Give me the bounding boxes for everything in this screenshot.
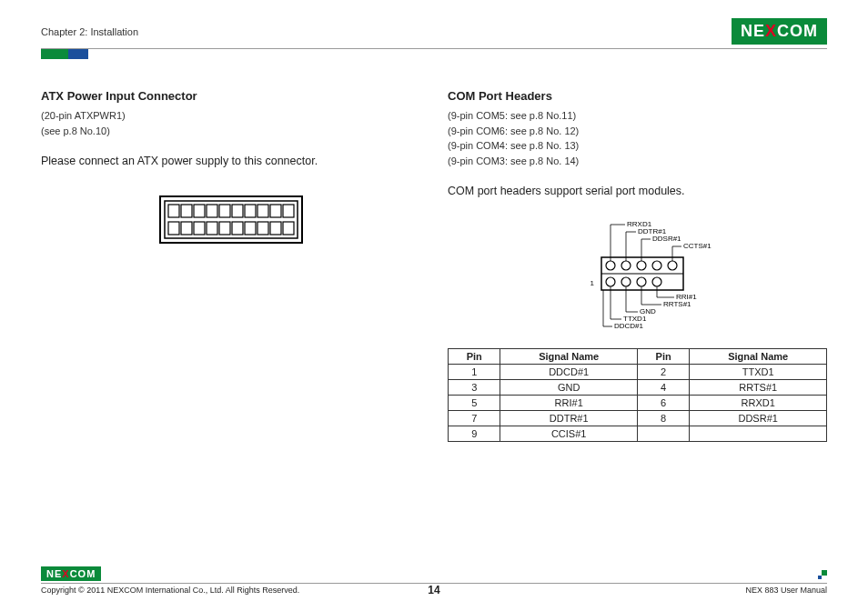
th-pin2: Pin (637, 349, 689, 365)
svg-rect-2 (168, 205, 179, 217)
svg-point-24 (621, 261, 631, 270)
svg-rect-13 (181, 222, 192, 235)
svg-point-31 (652, 277, 661, 286)
chapter-title: Chapter 2: Installation (41, 26, 138, 37)
atx-title: ATX Power Input Connector (41, 89, 420, 103)
lbl-rrts1: RRTS#1 (663, 300, 691, 308)
content-area: ATX Power Input Connector (20-pin ATXPWR… (41, 89, 827, 442)
svg-point-23 (606, 261, 615, 270)
left-column: ATX Power Input Connector (20-pin ATXPWR… (41, 89, 420, 442)
signal-table: Pin Signal Name Pin Signal Name 1DDCD#12… (448, 348, 827, 442)
svg-rect-9 (257, 205, 268, 217)
atx-sub1: (20-pin ATXPWR1) (41, 108, 420, 124)
com-sub1: (9-pin COM5: see p.8 No.11) (448, 108, 827, 124)
atx-connector-diagram (41, 195, 420, 247)
page-number: 14 (428, 584, 439, 596)
corner-mark-icon (816, 570, 827, 581)
table-row: 3GND4RRTS#1 (449, 380, 827, 396)
svg-rect-5 (207, 205, 217, 217)
svg-rect-7 (232, 205, 243, 217)
footer-logo: NEXCOM (41, 566, 101, 581)
svg-rect-4 (194, 205, 205, 217)
svg-rect-20 (270, 222, 281, 235)
right-column: COM Port Headers (9-pin COM5: see p.8 No… (448, 89, 827, 442)
svg-point-30 (637, 277, 646, 286)
svg-point-25 (637, 261, 646, 270)
page-footer: NEXCOM Copyright © 2011 NEXCOM Internati… (41, 566, 827, 595)
lbl-ddsr1: DDSR#1 (652, 235, 681, 243)
svg-rect-12 (168, 222, 179, 235)
th-pin: Pin (449, 349, 500, 365)
com-sub4: (9-pin COM3: see p.8 No. 14) (448, 154, 827, 169)
lbl-ccts1: CCTS#1 (683, 242, 712, 250)
svg-rect-10 (270, 205, 281, 217)
com-sub3: (9-pin COM4: see p.8 No. 13) (448, 138, 827, 154)
brand-logo: NEXCOM (732, 18, 827, 45)
tab-green-icon (41, 49, 72, 59)
lbl-ddcd1: DDCD#1 (614, 322, 644, 330)
svg-rect-8 (245, 205, 256, 217)
svg-rect-16 (219, 222, 230, 235)
table-row: 9CCIS#1 (449, 426, 827, 442)
com-title: COM Port Headers (448, 89, 827, 103)
com-header-diagram: 1 RRXD1 DDTR#1 DDSR#1 CCTS#1 (538, 214, 738, 332)
svg-text:1: 1 (590, 279, 594, 287)
svg-rect-19 (257, 222, 268, 235)
svg-rect-6 (219, 205, 230, 217)
copyright-text: Copyright © 2011 NEXCOM International Co… (41, 586, 299, 595)
th-sig2: Signal Name (690, 349, 827, 365)
svg-point-29 (621, 277, 631, 286)
atx-body: Please connect an ATX power supply to th… (41, 155, 420, 167)
table-row: 1DDCD#12TTXD1 (449, 365, 827, 380)
svg-rect-21 (283, 222, 294, 235)
svg-rect-11 (283, 205, 294, 217)
svg-point-28 (606, 277, 615, 286)
table-row: 5RRI#16RRXD1 (449, 396, 827, 411)
com-body: COM port headers support serial port mod… (448, 185, 827, 197)
table-row: 7DDTR#18DDSR#1 (449, 411, 827, 426)
th-sig: Signal Name (500, 349, 638, 365)
atx-sub2: (see p.8 No.10) (41, 124, 420, 139)
svg-rect-3 (181, 205, 192, 217)
svg-rect-17 (232, 222, 243, 235)
svg-rect-15 (207, 222, 217, 235)
tab-strip (41, 49, 827, 62)
manual-name: NEX 883 User Manual (745, 586, 827, 595)
svg-point-26 (652, 261, 661, 270)
com-sub2: (9-pin COM6: see p.8 No. 12) (448, 124, 827, 139)
page-header: Chapter 2: Installation NEXCOM (41, 18, 827, 49)
svg-point-27 (668, 261, 677, 270)
tab-blue-icon (68, 49, 88, 59)
svg-rect-18 (245, 222, 256, 235)
svg-rect-14 (194, 222, 205, 235)
